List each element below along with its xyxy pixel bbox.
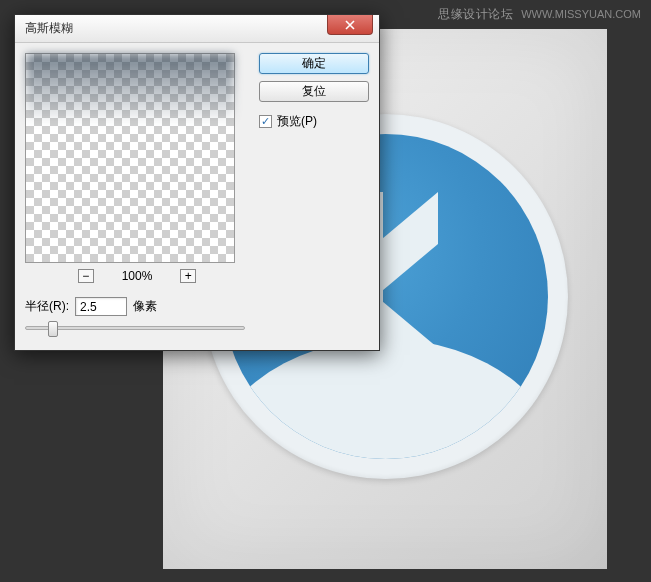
preview-checkbox-row[interactable]: ✓ 预览(P) bbox=[259, 113, 369, 130]
zoom-in-button[interactable]: + bbox=[180, 269, 196, 283]
cancel-button[interactable]: 复位 bbox=[259, 81, 369, 102]
gaussian-blur-dialog: 高斯模糊 − 100% + 半径(R): 像素 bbox=[14, 14, 380, 351]
icon-swoosh bbox=[223, 339, 548, 459]
ok-button[interactable]: 确定 bbox=[259, 53, 369, 74]
watermark-site: WWW.MISSYUAN.COM bbox=[521, 8, 641, 20]
watermark-text: 思缘设计论坛 bbox=[438, 7, 513, 21]
preview-panel[interactable] bbox=[25, 53, 235, 263]
watermark: 思缘设计论坛 WWW.MISSYUAN.COM bbox=[438, 6, 641, 23]
radius-input[interactable] bbox=[75, 297, 127, 316]
preview-checkbox-label: 预览(P) bbox=[277, 113, 317, 130]
dialog-title: 高斯模糊 bbox=[25, 20, 73, 37]
ok-button-label: 确定 bbox=[302, 55, 326, 72]
radius-row: 半径(R): 像素 bbox=[25, 297, 249, 316]
close-icon bbox=[345, 20, 355, 30]
cancel-button-label: 复位 bbox=[302, 83, 326, 100]
preview-checkbox[interactable]: ✓ bbox=[259, 115, 272, 128]
check-icon: ✓ bbox=[261, 116, 270, 127]
radius-slider-thumb[interactable] bbox=[48, 321, 58, 337]
zoom-level: 100% bbox=[122, 269, 153, 283]
radius-unit: 像素 bbox=[133, 298, 157, 315]
dialog-titlebar[interactable]: 高斯模糊 bbox=[15, 15, 379, 43]
plus-icon: + bbox=[185, 270, 192, 282]
preview-content-shadow bbox=[26, 54, 234, 124]
close-button[interactable] bbox=[327, 15, 373, 35]
radius-slider[interactable] bbox=[25, 326, 245, 330]
minus-icon: − bbox=[82, 270, 89, 282]
zoom-controls: − 100% + bbox=[25, 269, 249, 283]
zoom-out-button[interactable]: − bbox=[78, 269, 94, 283]
radius-label: 半径(R): bbox=[25, 298, 69, 315]
